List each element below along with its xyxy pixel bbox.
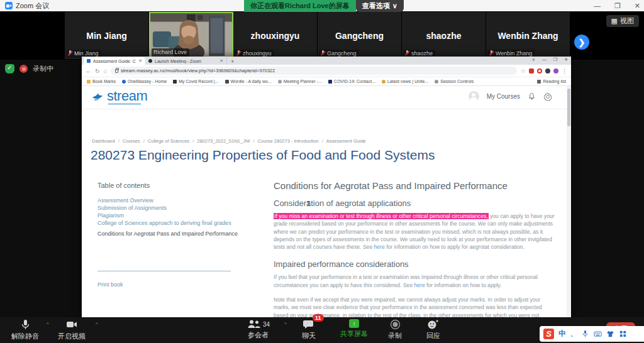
new-tab-button[interactable]: + — [231, 58, 234, 65]
zoom-app-icon — [5, 2, 13, 9]
start-video-button[interactable]: 开启视频 — [58, 319, 86, 341]
here-link[interactable]: here — [414, 282, 425, 288]
ime-language-toggle[interactable]: 中 — [558, 329, 566, 339]
bookmark-item[interactable]: My Covid Record |... — [173, 79, 218, 84]
participant-tile[interactable]: Min Jiang Min Jiang — [65, 12, 149, 59]
folder-icon — [87, 80, 91, 84]
participant-name: Min Jiang — [65, 31, 148, 41]
view-layout-button[interactable]: ▦ 视图 — [606, 15, 639, 27]
toc-current-item: Conditions for Aegrotat Pass and Impaire… — [97, 231, 238, 237]
security-shield-icon[interactable] — [5, 64, 14, 74]
next-participants-button[interactable]: ❯ — [574, 35, 589, 50]
site-favicon — [173, 80, 177, 84]
profile-avatar-icon[interactable] — [553, 68, 558, 74]
toc-link[interactable]: Submission of Assignments — [97, 204, 242, 212]
browser-menu-icon[interactable]: ⋮ — [562, 68, 567, 74]
bookmark-item[interactable]: Latest news | Unite... — [382, 79, 428, 84]
browser-close-icon[interactable]: ✕ — [564, 57, 568, 62]
tab-search-icon[interactable]: ∨ — [532, 57, 535, 62]
bookmark-item[interactable]: COVID-19: Contact... — [328, 79, 375, 84]
my-courses-link[interactable]: My Courses — [487, 93, 520, 100]
bookmark-star-icon[interactable]: ☆ — [521, 68, 526, 74]
gear-icon[interactable] — [543, 92, 552, 101]
back-icon[interactable]: ← — [86, 68, 91, 74]
maximize-icon[interactable]: ❐ — [614, 2, 621, 10]
participants-options-caret[interactable]: ^ — [284, 321, 287, 327]
toc-heading: Table of contents — [97, 182, 242, 189]
participant-tile[interactable]: shaozhe shaozhe — [402, 12, 486, 59]
browser-tab[interactable]: Launch Meeting - Zoom ✕ — [145, 57, 227, 65]
ime-skin-shirt-icon[interactable] — [606, 330, 614, 338]
participant-tile-video[interactable]: Richard Love — [149, 12, 233, 59]
bookmark-label: Session Controls — [440, 79, 474, 84]
user-avatar[interactable] — [469, 91, 479, 102]
extension-icon[interactable] — [537, 68, 542, 74]
extension-icon[interactable] — [529, 68, 534, 74]
breadcrumb-item[interactable]: College of Sciences — [148, 138, 189, 144]
refresh-icon[interactable]: ↻ — [95, 68, 100, 74]
view-options-button[interactable]: 查看选项 ∨ — [356, 0, 404, 12]
muted-mic-icon — [236, 50, 241, 57]
minimize-icon[interactable]: — — [594, 2, 601, 9]
ime-toolbar: S 中 、 — [540, 326, 644, 342]
toc-link[interactable]: College of Sciences approach to deriving… — [97, 219, 242, 227]
view-layout-label: 视图 — [620, 16, 634, 26]
breadcrumb-item[interactable]: Assessment Guide — [326, 138, 366, 144]
participant-tile[interactable]: Wenbin Zhang Wenbin Zhang — [486, 12, 570, 59]
url-bar[interactable]: stream.massey.ac.nz/mod/book/view.php?id… — [111, 67, 517, 75]
ime-keyboard-icon[interactable] — [594, 330, 602, 338]
browser-tab-active[interactable]: Assessment Guide: Conditions fo ✕ — [84, 57, 145, 65]
browser-maximize-icon[interactable]: ❐ — [553, 57, 557, 62]
bookmark-item[interactable]: Book Marks — [87, 79, 116, 84]
home-icon[interactable]: ⌂ — [104, 68, 107, 74]
participants-button[interactable]: 34 参会者 — [247, 319, 270, 340]
ime-punctuation-toggle[interactable]: 、 — [570, 330, 577, 339]
breadcrumb-item[interactable]: 280273_2022_S1N1_JNI — [197, 138, 250, 144]
bookmark-item[interactable]: OneMassey - Home — [122, 79, 167, 84]
reactions-button[interactable]: 回应 — [426, 319, 440, 340]
ime-mic-icon[interactable] — [581, 330, 589, 338]
breadcrumb-item[interactable]: Dashboard — [92, 138, 115, 144]
extension-icon[interactable] — [545, 68, 550, 74]
bookmark-item[interactable]: Wordle - A daily wo... — [225, 79, 272, 84]
url-text[interactable]: stream.massey.ac.nz/mod/book/view.php?id… — [121, 68, 275, 74]
print-book-link[interactable]: Print book — [97, 281, 242, 288]
breadcrumb-item[interactable]: Course 280273 - Introduction — [258, 138, 319, 144]
toc-link[interactable]: Plagiarism — [97, 212, 242, 219]
participant-label-text: Gangcheng — [327, 50, 357, 57]
share-screen-button[interactable]: ↑ 共享屏幕 — [340, 319, 368, 339]
participant-tile[interactable]: zhouxingyu zhouxingyu — [233, 12, 318, 59]
browser-window-controls: ∨ — ❐ ✕ — [532, 57, 568, 62]
bookmarks-bar: Book Marks OneMassey - Home My Covid Rec… — [82, 77, 571, 86]
mic-options-caret[interactable]: ^ — [47, 321, 49, 327]
video-options-caret[interactable]: ^ — [96, 321, 98, 327]
notifications-bell-icon[interactable] — [528, 92, 536, 101]
grid-icon: ▦ — [611, 17, 618, 25]
scrollbar-thumb[interactable] — [567, 89, 570, 126]
page-scrollbar[interactable] — [567, 86, 571, 319]
ime-toolbox-grid-icon[interactable] — [619, 330, 627, 338]
participant-tile[interactable]: Gangcheng Gangcheng — [318, 12, 402, 59]
here-link[interactable]: here — [374, 244, 385, 250]
sogou-logo-icon[interactable]: S — [543, 329, 554, 339]
record-button[interactable]: 录制 — [388, 319, 402, 340]
body-text: for information on how to apply for aegr… — [385, 244, 525, 250]
tab-close-icon[interactable]: ✕ — [219, 58, 223, 63]
unmute-button[interactable]: 解除静音 — [11, 319, 39, 341]
breadcrumb-item[interactable]: Courses — [123, 138, 140, 144]
participant-tiles: Min Jiang Min Jiang — [65, 12, 570, 59]
participant-label-text: Min Jiang — [74, 50, 99, 57]
stream-logo[interactable]: stream — [91, 89, 147, 103]
chat-button[interactable]: 聊天 — [302, 319, 316, 340]
tab-close-icon[interactable]: ✕ — [138, 58, 142, 63]
toc-link[interactable]: Assessment Overview — [97, 197, 242, 204]
bookmark-item[interactable]: Session Controls — [435, 79, 474, 84]
reading-list-button[interactable]: Reading list — [537, 79, 566, 84]
stream-swoosh-icon — [91, 89, 104, 103]
site-favicon — [328, 80, 332, 84]
bookmark-item[interactable]: Meeting Planner -... — [278, 79, 322, 84]
muted-mic-icon — [489, 50, 494, 57]
browser-minimize-icon[interactable]: — — [542, 57, 547, 62]
view-options-label: 查看选项 — [362, 1, 390, 11]
close-icon[interactable]: ✕ — [635, 2, 640, 10]
